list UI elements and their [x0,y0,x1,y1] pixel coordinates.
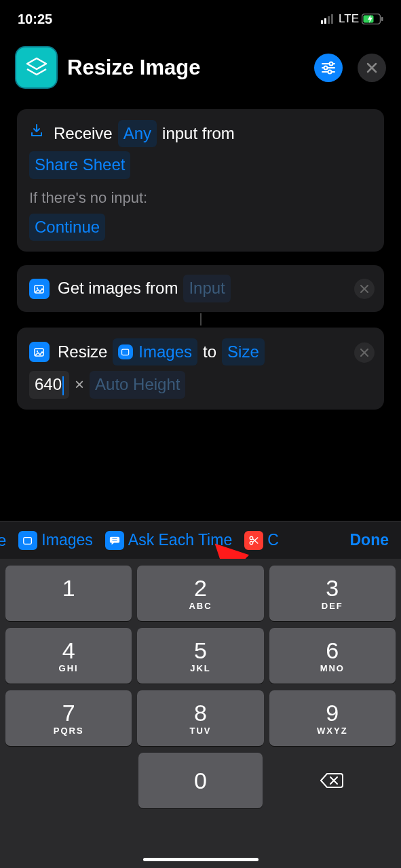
stack-icon [24,56,49,80]
continue-token[interactable]: Continue [29,214,105,241]
keycap-digit: 6 [326,639,339,662]
receive-type-token[interactable]: Any [118,120,157,147]
input-token[interactable]: Input [183,275,230,302]
remove-action-button[interactable] [354,342,375,363]
settings-button[interactable] [314,54,343,82]
share-sheet-token[interactable]: Share Sheet [29,151,130,178]
suggestion-clipboard-label: C [267,531,279,549]
suggestion-cutoff[interactable]: e [0,531,6,550]
close-button[interactable] [358,54,386,82]
images-action-icon [29,279,50,299]
key-backspace[interactable] [268,753,396,808]
svg-point-16 [37,351,38,352]
images-variable-token[interactable]: Images [113,338,197,366]
svg-point-12 [328,70,332,73]
suggestion-ask-label: Ask Each Time [128,531,232,549]
key-9[interactable]: 9WXYZ [269,690,396,746]
status-network: LTE [339,12,359,26]
download-icon [29,123,44,144]
backspace-icon [320,772,343,789]
keycap-digit: 5 [194,639,207,662]
keycap-digit: 1 [62,576,75,599]
svg-point-14 [37,287,38,288]
status-right: LTE [321,12,383,26]
text-cursor [62,376,64,395]
chat-icon [105,531,124,550]
key-3[interactable]: 3DEF [269,566,396,621]
keycap-letters: WXYZ [317,726,348,736]
close-icon [360,285,368,293]
keycap-letters: TUV [189,726,211,736]
get-images-label: Get images from [58,275,178,301]
suggestion-clipboard[interactable]: C [244,531,279,550]
resize-label: Resize [58,339,107,365]
page-title: Resize Image [67,56,305,80]
status-bar: 10:25 LTE [0,0,401,34]
width-value: 640 [35,375,62,393]
key-5[interactable]: 5JKL [137,628,263,684]
images-icon [118,344,133,359]
signal-icon [321,14,336,24]
width-input[interactable]: 640 [29,371,69,398]
keycap-letters: ABC [189,601,212,611]
close-icon [360,349,368,357]
resize-card: Resize Images to Size 640 × Auto Height [17,328,384,410]
receive-label: Receive [54,121,113,146]
keycap-letters: DEF [322,601,343,611]
to-label: to [203,339,216,365]
sliders-icon [321,60,336,75]
key-7[interactable]: 7PQRS [5,690,132,746]
status-time: 10:25 [18,12,52,27]
keycap-letters [66,601,71,611]
keycap-digit: 8 [194,701,207,724]
svg-point-11 [324,66,328,69]
get-images-card: Get images from Input [17,265,384,311]
resize-action-icon [29,342,50,362]
key-8[interactable]: 8TUV [137,690,263,746]
key-2[interactable]: 2ABC [137,566,263,621]
svg-rect-0 [321,20,323,24]
keycap-digit: 7 [62,701,75,724]
svg-rect-1 [324,18,326,24]
done-button[interactable]: Done [350,531,389,549]
keycap-digit: 3 [326,576,339,599]
suggestion-images[interactable]: Images [18,531,92,550]
svg-point-10 [330,62,333,65]
keycap-digit: 9 [326,701,339,724]
input-from-label: input from [162,121,235,146]
images-icon [18,531,37,550]
key-6[interactable]: 6MNO [269,628,396,684]
keycap-digit: 0 [194,769,207,792]
header: Resize Image [0,34,401,109]
suggestion-bar: e Images Ask Each Time C Done [0,521,401,559]
keycap-letters: MNO [320,663,345,673]
svg-rect-3 [331,14,333,24]
keycap-digit: 4 [62,639,75,662]
close-icon [366,62,377,73]
height-input[interactable]: Auto Height [90,371,185,398]
remove-action-button[interactable] [354,279,375,299]
connector-line [200,313,202,326]
svg-rect-2 [328,16,330,24]
home-indicator[interactable] [143,858,259,861]
battery-icon [362,14,383,24]
numeric-keyboard: 1 2ABC 3DEF 4GHI 5JKL 6MNO 7PQRS 8TUV 9W… [0,559,401,868]
svg-rect-17 [122,349,129,355]
keycap-letters: GHI [59,663,79,673]
no-input-label: If there's no input: [29,186,372,210]
keycap-letters: PQRS [54,726,84,736]
images-token-label: Images [138,339,192,365]
key-0[interactable]: 0 [138,753,263,808]
app-icon [15,46,58,89]
key-4[interactable]: 4GHI [5,628,132,684]
keycap-letters: JKL [190,663,211,673]
svg-rect-18 [24,537,32,544]
keycap-digit: 2 [194,576,207,599]
svg-rect-6 [381,17,383,21]
size-token[interactable]: Size [222,338,265,366]
receive-card: Receive Any input from Share Sheet If th… [17,109,384,252]
multiply-label: × [75,372,84,397]
key-1[interactable]: 1 [5,566,132,621]
suggestion-images-label: Images [41,531,92,549]
suggestion-ask-each-time[interactable]: Ask Each Time [105,531,232,550]
